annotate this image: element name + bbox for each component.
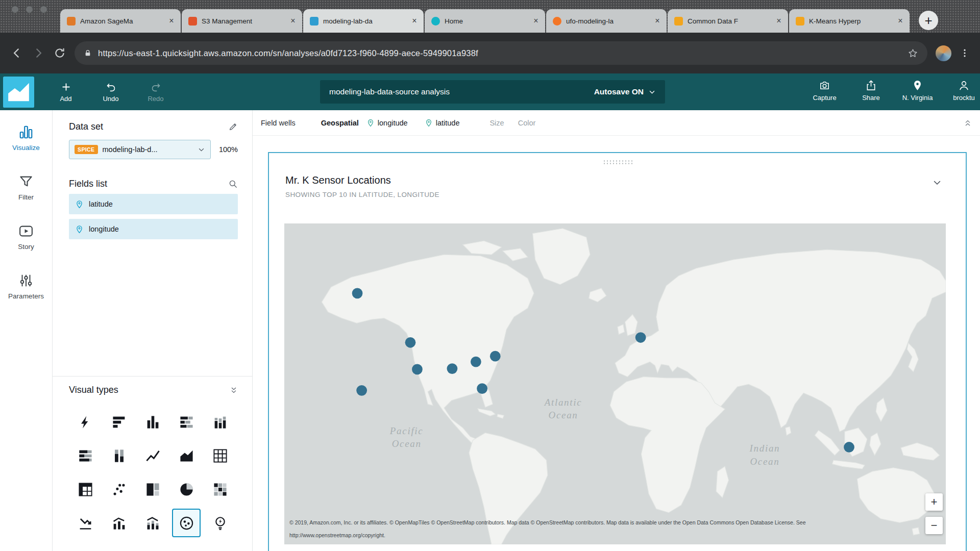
sidebar-item-visualize[interactable]: Visualize xyxy=(12,124,40,152)
sidebar-item-label: Filter xyxy=(18,193,34,201)
browser-menu-icon[interactable] xyxy=(960,47,970,59)
parameters-icon xyxy=(18,273,34,288)
tab-close-icon[interactable]: × xyxy=(531,16,541,26)
chevron-down-icon xyxy=(648,88,656,96)
dataset-selector[interactable]: SPICE modeling-lab-d... xyxy=(69,140,211,159)
visual-type-auto-graph[interactable] xyxy=(71,408,100,436)
sagemaker-favicon xyxy=(67,17,76,26)
visual-type-pie-chart[interactable] xyxy=(172,475,201,504)
visual-type-tree-map[interactable] xyxy=(138,475,167,504)
visual-type-horizontal-stacked-bar[interactable] xyxy=(172,408,201,436)
visual-type-points-on-map[interactable] xyxy=(172,509,201,537)
collapse-double-chevron-icon[interactable] xyxy=(230,386,238,394)
map-point[interactable] xyxy=(635,332,646,343)
search-icon[interactable] xyxy=(228,179,238,189)
visual-type-insights[interactable] xyxy=(206,509,234,537)
map-point[interactable] xyxy=(405,337,416,348)
forward-button[interactable] xyxy=(32,46,45,60)
map-point[interactable] xyxy=(352,288,363,298)
visual-type-scatter-plot[interactable] xyxy=(105,475,133,504)
map-point[interactable] xyxy=(412,364,423,374)
window-close-button[interactable] xyxy=(11,6,19,13)
size-well[interactable]: Size xyxy=(489,119,504,127)
reload-button[interactable] xyxy=(53,46,66,60)
field-item-latitude[interactable]: latitude xyxy=(69,194,238,214)
browser-tab-0[interactable]: Amazon SageMa× xyxy=(60,9,181,33)
map-point[interactable] xyxy=(471,357,481,367)
visual-type-vertical-bar[interactable] xyxy=(138,408,167,436)
tab-close-icon[interactable]: × xyxy=(288,16,298,26)
tab-close-icon[interactable]: × xyxy=(774,16,784,26)
browser-tab-5[interactable]: Common Data F× xyxy=(668,9,788,33)
visual-type-kpi[interactable] xyxy=(71,509,100,537)
visual-type-table[interactable] xyxy=(206,441,234,470)
new-tab-button[interactable]: + xyxy=(919,11,938,30)
visual-type-combo-bar[interactable] xyxy=(105,509,133,537)
tab-close-icon[interactable]: × xyxy=(166,16,177,26)
map-point[interactable] xyxy=(477,383,487,394)
visual-type-line-chart[interactable] xyxy=(138,441,167,470)
camera-icon xyxy=(819,80,830,91)
field-label: longitude xyxy=(89,225,119,233)
visual-drag-handle[interactable] xyxy=(603,160,632,165)
visual-type-heat-map[interactable] xyxy=(206,475,234,504)
analysis-title-bar[interactable]: modeling-lab-data-source analysis Autosa… xyxy=(320,80,665,104)
browser-tab-4[interactable]: ufo-modeling-la× xyxy=(546,9,667,33)
quicksight-logo[interactable] xyxy=(3,77,34,108)
share-button[interactable]: Share xyxy=(848,80,894,102)
tab-close-icon[interactable]: × xyxy=(652,16,663,26)
field-label: latitude xyxy=(89,200,113,208)
visual-type-combo-stacked[interactable] xyxy=(138,509,167,537)
visual-type-horizontal-100-stacked-bar[interactable] xyxy=(71,441,100,470)
jupyter-favicon xyxy=(553,17,561,26)
add-button[interactable]: Add xyxy=(43,82,88,103)
attribution-line1: © 2019, Amazon.com, Inc. or its affiliat… xyxy=(289,519,805,525)
geospatial-well-latitude[interactable]: latitude xyxy=(425,119,460,127)
sidebar-item-parameters[interactable]: Parameters xyxy=(8,273,44,300)
tab-close-icon[interactable]: × xyxy=(409,16,420,26)
capture-button[interactable]: Capture xyxy=(801,80,848,102)
visual-type-pivot-table[interactable] xyxy=(71,475,100,504)
visual-type-horizontal-bar[interactable] xyxy=(105,408,133,436)
visual-type-vertical-stacked-bar[interactable] xyxy=(206,408,234,436)
map-container[interactable]: AtlanticOceanPacificOceanIndianOcean © 2… xyxy=(284,223,946,544)
browser-tab-3[interactable]: Home× xyxy=(425,9,545,33)
window-minimize-button[interactable] xyxy=(26,6,33,13)
map-point[interactable] xyxy=(356,385,367,396)
visual-card[interactable]: Mr. K Sensor Locations SHOWING TOP 10 IN… xyxy=(268,152,967,551)
back-button[interactable] xyxy=(10,46,23,60)
action-label: N. Virginia xyxy=(902,94,933,102)
tab-close-icon[interactable]: × xyxy=(895,16,905,26)
color-well[interactable]: Color xyxy=(518,119,536,127)
geospatial-well-longitude[interactable]: longitude xyxy=(366,119,408,127)
field-item-longitude[interactable]: longitude xyxy=(69,219,238,239)
sidebar-item-filter[interactable]: Filter xyxy=(18,174,34,201)
visual-type-vertical-100-stacked-bar[interactable] xyxy=(105,441,133,470)
sidebar-item-story[interactable]: Story xyxy=(18,223,34,251)
autosave-toggle[interactable]: Autosave ON xyxy=(594,87,656,96)
browser-tab-1[interactable]: S3 Management× xyxy=(182,9,302,33)
zoom-in-button[interactable]: + xyxy=(925,493,943,511)
action-label: brocktu xyxy=(953,94,975,102)
n-virginia-button[interactable]: N. Virginia xyxy=(894,80,941,102)
action-label: Share xyxy=(862,94,880,102)
field-wells-bar: Field wells Geospatial longitudelatitude… xyxy=(253,110,980,136)
map-point[interactable] xyxy=(490,351,501,362)
map-point[interactable] xyxy=(844,442,854,453)
address-bar[interactable]: https://us-east-1.quicksight.aws.amazon.… xyxy=(75,41,927,65)
visual-menu-chevron-icon[interactable] xyxy=(932,178,942,188)
browser-tab-2[interactable]: modeling-lab-da× xyxy=(303,9,424,33)
visual-type-area-chart[interactable] xyxy=(172,441,201,470)
redo-button[interactable]: Redo xyxy=(133,82,178,103)
browser-tab-6[interactable]: K-Means Hyperp× xyxy=(789,9,910,33)
field-wells-collapse-icon[interactable] xyxy=(964,119,972,127)
bookmark-star-icon[interactable] xyxy=(908,48,918,59)
profile-avatar[interactable] xyxy=(936,45,951,61)
undo-button[interactable]: Undo xyxy=(88,82,133,103)
window-zoom-button[interactable] xyxy=(40,6,47,13)
map-point[interactable] xyxy=(447,363,457,374)
header-actions: CaptureShareN. Virginiabrocktu xyxy=(801,80,980,102)
zoom-out-button[interactable]: − xyxy=(925,517,943,534)
edit-dataset-pencil-icon[interactable] xyxy=(228,122,238,132)
brocktu-button[interactable]: brocktu xyxy=(941,80,980,102)
